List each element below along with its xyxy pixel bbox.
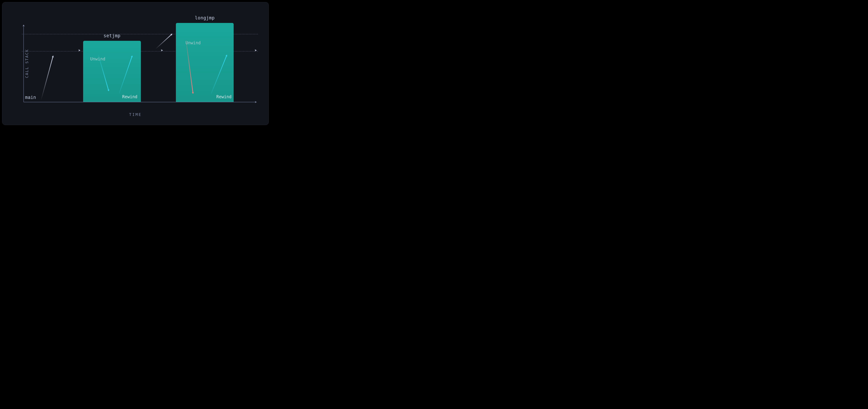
arrow-setjmp-unwind [98, 55, 109, 91]
x-axis-label: TIME [129, 112, 142, 117]
arrow-setjmp-rewind [119, 56, 132, 93]
plot-area: setjmp Unwind Rewind longjmp Unwind Rewi… [22, 22, 258, 102]
longjmp-title: longjmp [195, 15, 215, 21]
arrows-svg [22, 22, 258, 102]
arrow-longjmp-rewind [211, 55, 227, 93]
diagram-card: CALL STACK TIME setjmp Unwind Rewind lon… [2, 2, 269, 125]
arrow-main-up [41, 56, 53, 100]
arrow-up-longjmp [156, 34, 172, 49]
arrow-longjmp-unwind [186, 40, 193, 93]
